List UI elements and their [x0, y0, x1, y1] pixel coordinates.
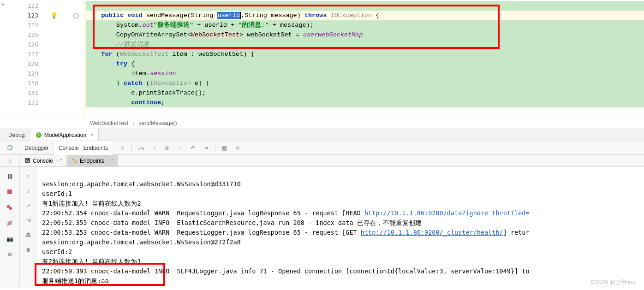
line-num[interactable]: 124 — [8, 20, 38, 30]
print-icon[interactable]: 🖶 — [24, 231, 33, 240]
log-line: 22:00:59.393 cnooc-data-model INFO SLF4J… — [42, 267, 530, 275]
svg-rect-6 — [7, 189, 12, 194]
line-num[interactable]: 122 — [8, 1, 38, 11]
line-gutter[interactable]: 122 123 124 125 126 127 128 129 130 131 … — [8, 0, 48, 117]
resume-icon[interactable]: ▷ — [5, 156, 14, 166]
log-line: 22:00:52.354 cnooc-data-model WARN Reque… — [42, 209, 530, 217]
debug-subtabs: Debugger Console | Endpoints — [20, 141, 113, 154]
svg-point-8 — [9, 207, 12, 210]
line-num[interactable]: 131 — [8, 88, 38, 98]
console-output[interactable]: session:org.apache.tomcat.websocket.WsSe… — [37, 167, 644, 288]
debug-toolbar: Debugger Console | Endpoints ≡ ↓ ⇊ ↑ ↶ ⇥… — [0, 141, 644, 155]
trace-icon[interactable]: ≋ — [232, 142, 243, 154]
line-num[interactable]: 123 — [8, 11, 38, 20]
scroll-down-icon[interactable]: ↓ — [24, 186, 33, 195]
tab-console-endpoints[interactable]: Console | Endpoints — [54, 141, 113, 155]
side-tools: 📷 ⚙ — [0, 167, 20, 288]
svg-point-7 — [7, 205, 10, 208]
breadcrumb[interactable]: WebSocketTest › sendMessage() — [0, 117, 644, 129]
line-num[interactable]: 129 — [8, 69, 38, 78]
tab-debugger[interactable]: Debugger — [20, 141, 54, 155]
recursive-call-icon[interactable] — [73, 13, 79, 18]
url-link[interactable]: http://10.1.1.86:9200/data?ignore_thrott… — [364, 209, 530, 217]
debug-tab-label: ModelApplication — [44, 132, 86, 138]
step-toolbar: ≡ ↓ ⇊ ↑ ↶ ⇥ ▦ ≋ — [113, 141, 243, 154]
tab-console-label: Console — [33, 158, 53, 164]
watermark: CSDN @少年ing — [591, 278, 636, 286]
svg-rect-1 — [25, 158, 30, 163]
fold-marker[interactable]: ▾ — [2, 2, 4, 7]
stop-icon[interactable] — [5, 187, 14, 196]
log-line: session:org.apache.tomcat.websocket.WsSe… — [42, 180, 241, 188]
log-line: 有1新连接加入! 当前在线人数为2 — [42, 200, 141, 207]
log-line: 有2新连接加入! 当前在线人数为1 — [42, 258, 141, 265]
console-subtabs: ▷ Console →* Endpoints →* — [0, 155, 644, 167]
tab-endpoints[interactable]: Endpoints →* — [67, 155, 118, 166]
tab-endpoints-label: Endpoints — [80, 158, 104, 164]
line-num[interactable]: 125 — [8, 30, 38, 40]
evaluate-expression-icon[interactable]: ▦ — [219, 142, 230, 154]
scroll-up-icon[interactable]: ↑ — [24, 172, 33, 181]
rerun-icon[interactable] — [6, 143, 15, 152]
console-tools: ↑ ↓ ⤶ ⇲ 🖶 🗑 — [20, 167, 37, 288]
intention-bulb-icon[interactable]: 💡 — [50, 12, 57, 18]
console-icon — [24, 158, 30, 164]
editor-area: ▾ 122 123 124 125 126 127 128 129 130 13… — [0, 0, 644, 117]
line-num[interactable]: 132 — [8, 98, 38, 107]
step-over-icon[interactable] — [136, 142, 147, 154]
breadcrumb-sep: › — [133, 120, 135, 126]
breadcrumb-class[interactable]: WebSocketTest — [90, 120, 128, 126]
code-body[interactable]: public void sendMessage(String userId,St… — [86, 0, 644, 117]
drop-frame-icon[interactable]: ↶ — [187, 142, 198, 154]
clear-icon[interactable]: 🗑 — [24, 245, 33, 254]
pin-icon[interactable]: →* — [55, 158, 62, 163]
debug-label: Debug: — [0, 132, 31, 138]
log-line: 22:00:52.355 cnooc-data-model INFO Elast… — [42, 219, 422, 226]
log-line: userId:2 — [42, 248, 72, 255]
soft-wrap-icon[interactable]: ⤶ — [24, 201, 33, 210]
svg-point-2 — [72, 158, 74, 160]
svg-rect-4 — [8, 174, 9, 179]
log-line: session:org.apache.tomcat.websocket.WsSe… — [42, 238, 241, 246]
lower-panel: 📷 ⚙ ↑ ↓ ⤶ ⇲ 🖶 🗑 session:org.apache.tomca… — [0, 167, 644, 288]
camera-icon[interactable]: 📷 — [5, 234, 14, 243]
log-line: 22:00:53.253 cnooc-data-model WARN Reque… — [42, 229, 530, 236]
debug-tab[interactable]: ModelApplication × — [31, 129, 99, 141]
pin-icon[interactable]: →* — [107, 158, 113, 163]
step-into-icon[interactable]: ↓ — [149, 142, 160, 154]
pause-icon[interactable] — [5, 172, 14, 181]
log-line: 服务端推送1的消息:aa — [42, 277, 109, 284]
selected-text[interactable]: userId — [217, 12, 241, 19]
log-line: userId:1 — [42, 190, 72, 197]
line-num[interactable]: 128 — [8, 59, 38, 69]
mute-breakpoints-icon[interactable] — [5, 219, 14, 228]
tab-console[interactable]: Console →* — [20, 155, 67, 166]
spring-boot-icon — [36, 132, 42, 138]
endpoints-icon — [72, 158, 78, 164]
url-link[interactable]: http://10.1.1.86:9200/_cluster/health/ — [361, 229, 503, 236]
fold-gutter[interactable]: ▾ — [0, 0, 8, 117]
debug-bar: Debug: ModelApplication × — [0, 129, 644, 141]
run-to-cursor-icon[interactable]: ⇥ — [200, 142, 211, 154]
svg-rect-5 — [10, 174, 12, 179]
line-num[interactable]: 126 — [8, 40, 38, 49]
line-num[interactable]: 127 — [8, 49, 38, 59]
gutter-icons: 💡 — [48, 0, 83, 117]
view-breakpoints-icon[interactable] — [5, 203, 14, 212]
breadcrumb-method[interactable]: sendMessage() — [139, 120, 177, 126]
show-frames-icon[interactable]: ≡ — [117, 142, 128, 154]
scroll-to-end-icon[interactable]: ⇲ — [24, 216, 33, 225]
svg-point-3 — [75, 161, 77, 163]
force-step-into-icon[interactable]: ⇊ — [161, 142, 173, 154]
step-out-icon[interactable]: ↑ — [174, 142, 185, 154]
rerun-col — [0, 141, 20, 154]
settings-icon[interactable]: ⚙ — [5, 250, 14, 259]
close-icon[interactable]: × — [90, 131, 94, 138]
line-num[interactable]: 130 — [8, 78, 38, 88]
